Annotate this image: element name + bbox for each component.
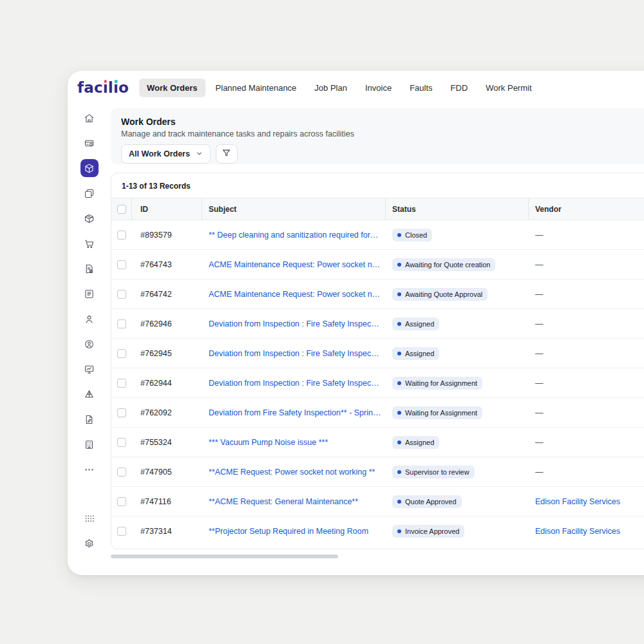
table-row[interactable]: #762946Deviation from Inspection : Fire …	[111, 309, 644, 339]
work-order-subject-link[interactable]: Deviation from Inspection : Fire Safety …	[209, 319, 379, 328]
tab-job-plan[interactable]: Job Plan	[307, 79, 355, 97]
table-row[interactable]: #747905**ACME Request: Power socket not …	[111, 457, 644, 487]
sidebar-item-file-pen[interactable]	[80, 410, 99, 428]
work-order-subject-link[interactable]: **ACME Request: Power socket not working…	[209, 468, 375, 477]
app-window: facılıo Work OrdersPlanned MaintenanceJo…	[68, 71, 644, 575]
status-cell: Awaiting Quote Approval	[386, 288, 529, 301]
sidebar-item-pos-terminal[interactable]	[80, 134, 99, 152]
status-cell: Closed	[386, 229, 529, 242]
home-icon	[84, 113, 95, 124]
page-title: Work Orders	[121, 117, 644, 127]
document-frame-icon	[84, 289, 95, 299]
tab-work-orders[interactable]: Work Orders	[139, 79, 205, 97]
row-select-cell	[111, 231, 132, 240]
sidebar-item-user[interactable]	[80, 310, 99, 328]
vendor-link[interactable]: Edison Facility Services	[535, 497, 620, 506]
view-selector-dropdown[interactable]: All Work Orders	[121, 144, 211, 164]
status-dot-icon	[397, 233, 401, 237]
horizontal-scrollbar-thumb[interactable]	[111, 554, 338, 558]
row-checkbox[interactable]	[117, 408, 126, 417]
row-select-cell	[111, 468, 132, 477]
sidebar-item-home[interactable]	[80, 109, 99, 127]
vendor-empty: —	[535, 290, 544, 299]
table-row[interactable]: #762944Deviation from Inspection : Fire …	[111, 368, 644, 398]
pyramid-icon	[84, 389, 95, 400]
status-cell: Supervisor to review	[386, 466, 529, 478]
tab-faults[interactable]: Faults	[402, 79, 440, 97]
status-badge: Awaiting Quote Approval	[392, 288, 488, 301]
pos-terminal-icon	[84, 138, 95, 149]
sidebar-item-document-check[interactable]	[80, 260, 99, 278]
row-checkbox[interactable]	[117, 260, 126, 269]
row-select-cell	[111, 527, 132, 536]
work-orders-table-panel: 1-13 of 13 Records ID Subject Status Ven…	[111, 173, 644, 549]
sidebar-item-more-ellipsis[interactable]	[80, 460, 99, 478]
work-order-subject-link[interactable]: Deviation from Inspection : Fire Safety …	[209, 349, 379, 358]
vendor-empty: —	[535, 231, 544, 240]
sidebar-item-package[interactable]	[80, 209, 99, 227]
vendor-link[interactable]: Edison Facility Services	[535, 527, 620, 536]
row-select-cell	[111, 290, 132, 299]
work-order-subject-link[interactable]: ACME Maintenance Request: Power socket n…	[209, 290, 380, 299]
sidebar-item-settings-gear[interactable]	[80, 535, 99, 553]
sidebar-item-monitor-chart[interactable]	[80, 360, 99, 378]
tab-work-permit[interactable]: Work Permit	[478, 79, 539, 97]
work-order-subject-link[interactable]: ACME Maintenance Request: Power socket n…	[209, 260, 380, 269]
work-order-id: #764742	[132, 290, 202, 299]
row-checkbox[interactable]	[117, 468, 126, 477]
apps-grid-icon	[84, 513, 95, 524]
table-row[interactable]: #893579** Deep cleaning and sanitization…	[111, 220, 644, 250]
sidebar-item-user-globe[interactable]	[80, 335, 99, 353]
logo-pink-dot	[104, 80, 108, 83]
sidebar-item-cards[interactable]	[80, 184, 99, 202]
row-checkbox[interactable]	[117, 379, 126, 388]
work-order-id: #762944	[132, 379, 202, 388]
status-dot-icon	[397, 411, 401, 415]
status-cell: Invoice Approved	[386, 525, 529, 538]
sidebar-item-document-frame[interactable]	[80, 285, 99, 303]
work-order-subject-link[interactable]: **Projector Setup Required in Meeting Ro…	[209, 527, 368, 536]
work-order-id: #762946	[132, 319, 202, 328]
filter-button[interactable]	[216, 144, 238, 164]
row-checkbox[interactable]	[117, 497, 126, 506]
select-all-checkbox[interactable]	[117, 205, 126, 214]
facilio-logo[interactable]: facılıo	[77, 79, 129, 96]
view-selector-label: All Work Orders	[129, 149, 190, 158]
row-checkbox[interactable]	[117, 290, 126, 299]
row-checkbox[interactable]	[117, 527, 126, 536]
tab-planned-maintenance[interactable]: Planned Maintenance	[208, 79, 305, 97]
status-cell: Assigned	[386, 347, 529, 360]
row-checkbox[interactable]	[117, 231, 126, 240]
more-ellipsis-icon	[84, 464, 95, 475]
table-row[interactable]: #737314**Projector Setup Required in Mee…	[111, 516, 644, 546]
work-order-subject-link[interactable]: Deviation from Fire Safety Inspection** …	[209, 408, 381, 417]
row-checkbox[interactable]	[117, 349, 126, 358]
sidebar-item-cart[interactable]	[80, 234, 99, 252]
row-select-cell	[111, 349, 132, 358]
status-dot-icon	[397, 470, 401, 474]
work-order-subject-link[interactable]: *** Vacuum Pump Noise issue ***	[209, 438, 328, 447]
table-row[interactable]: #764742ACME Maintenance Request: Power s…	[111, 279, 644, 309]
work-order-subject-link[interactable]: Deviation from Inspection : Fire Safety …	[209, 379, 379, 388]
work-order-subject-link[interactable]: ** Deep cleaning and sanitization requir…	[209, 231, 378, 240]
sidebar-item-building-grid[interactable]	[80, 435, 99, 453]
table-row[interactable]: #755324*** Vacuum Pump Noise issue ***As…	[111, 428, 644, 457]
work-order-subject-link[interactable]: **ACME Request: General Maintenance**	[209, 497, 358, 506]
sidebar-item-apps-grid[interactable]	[80, 509, 99, 527]
table-row[interactable]: #762945Deviation from Inspection : Fire …	[111, 339, 644, 368]
tab-fdd[interactable]: FDD	[443, 79, 476, 97]
row-checkbox[interactable]	[117, 319, 126, 328]
table-row[interactable]: #762092Deviation from Fire Safety Inspec…	[111, 398, 644, 428]
tab-invoice[interactable]: Invoice	[357, 79, 399, 97]
status-cell: Awaiting for Quote creation	[386, 258, 529, 271]
table-row[interactable]: #764743ACME Maintenance Request: Power s…	[111, 250, 644, 279]
page-subtitle: Manage and track maintenance tasks and r…	[121, 129, 644, 138]
status-badge: Waiting for Assignment	[392, 406, 482, 419]
sidebar-item-cube[interactable]	[80, 159, 99, 177]
row-select-cell	[111, 260, 132, 269]
page-header-panel: Work Orders Manage and track maintenance…	[111, 108, 644, 164]
table-row[interactable]: #747116**ACME Request: General Maintenan…	[111, 487, 644, 516]
sidebar-item-pyramid[interactable]	[80, 385, 99, 403]
file-pen-icon	[84, 414, 95, 425]
row-checkbox[interactable]	[117, 438, 126, 447]
